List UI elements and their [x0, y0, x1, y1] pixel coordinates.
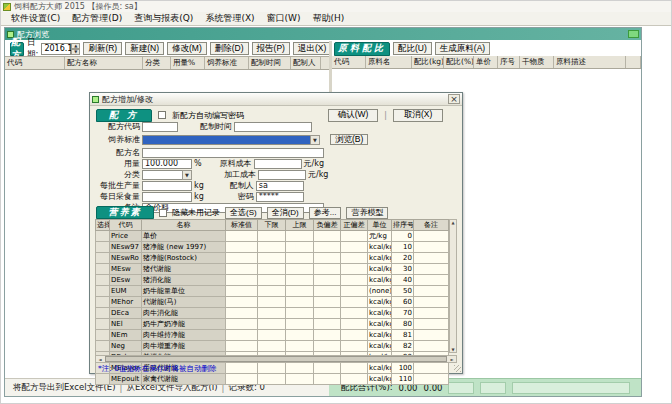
nutrient-cell-rem — [414, 330, 449, 341]
nutrient-cell-code: EUM — [110, 286, 142, 297]
nutrient-row[interactable]: NEm肉牛维持净能kcal/kg81 — [96, 330, 449, 341]
tab-formula[interactable]: 配 方 — [10, 42, 24, 56]
daily-input[interactable] — [142, 192, 192, 202]
code-input[interactable] — [142, 122, 178, 132]
batch-input[interactable] — [142, 181, 192, 191]
col-ratio-kg: 配比(kg) — [412, 56, 444, 68]
scroll-right-icon[interactable]: ► — [448, 356, 456, 362]
nutrient-cell-ord: 110 — [392, 374, 414, 385]
nutrient-row[interactable]: EUM奶牛能量单位(none)50 — [96, 286, 449, 297]
usage-unit: % — [194, 159, 202, 168]
form-row-name: 配方名 — [96, 147, 456, 158]
scroll-up-icon[interactable]: ▲ — [450, 220, 456, 225]
material-cost-input[interactable] — [254, 159, 302, 169]
nutrient-cell-val — [258, 275, 286, 286]
resize-grip[interactable] — [454, 365, 461, 372]
close-icon[interactable]: × — [448, 94, 460, 104]
scroll-down-icon[interactable]: ▼ — [450, 347, 456, 352]
delete-button[interactable]: 删除(D) — [210, 42, 249, 55]
nutrient-row[interactable]: MEhor代谢能(马)kcal/kg60 — [96, 297, 449, 308]
confirm-button[interactable]: 确认(W) — [328, 109, 378, 122]
nutrient-cell-val — [314, 363, 341, 374]
menu-system-management[interactable]: 系统管理(X) — [200, 12, 259, 25]
tab-dialog-formula[interactable]: 配 方 — [96, 109, 152, 122]
app-window: 饲料配方大师 2015 【操作员: sa】 软件设置(C) 配方管理(D) 查询… — [0, 0, 672, 404]
scroll-left-icon[interactable]: ◄ — [96, 356, 104, 362]
nutrient-vertical-scrollbar[interactable]: ▲ ▼ — [449, 219, 457, 353]
nutrient-row[interactable]: DEsw猪消化能kcal/kg40 — [96, 275, 449, 286]
clear-all-button[interactable]: 全消(D) — [267, 207, 304, 219]
select-all-button[interactable]: 全选(S) — [225, 207, 262, 219]
formula-edit-dialog: 配方增加/修改 × 配 方 新配方自动编写密码 确认(W) | 取消(X) 配方… — [89, 92, 463, 374]
nutrient-row[interactable]: NEl奶牛产奶净能kcal/kg80 — [96, 319, 449, 330]
nutrition-model-button[interactable]: 营养模型 — [346, 207, 388, 219]
menu-window[interactable]: 窗口(W) — [262, 12, 306, 25]
nutrient-cell-val — [286, 275, 314, 286]
menu-query-reports[interactable]: 查询与报表(Q) — [129, 12, 198, 25]
generate-material-button[interactable]: 生成原料(A) — [435, 42, 490, 55]
report-button[interactable]: 报告(P) — [252, 42, 290, 55]
nutrient-row[interactable]: Neg肉牛增重净能kcal/kg82 — [96, 341, 449, 352]
menu-help[interactable]: 帮助(H) — [308, 12, 350, 25]
status-cell — [448, 382, 474, 394]
nutrient-cell-unit: kcal/kg — [368, 319, 392, 330]
password-input[interactable]: ***** — [256, 192, 304, 202]
ratio-button[interactable]: 配比(U) — [393, 42, 432, 55]
date-spin-down-icon[interactable]: ▼ — [71, 49, 80, 55]
menu-formula-management[interactable]: 配方管理(D) — [67, 12, 127, 25]
process-cost-input[interactable] — [258, 170, 306, 180]
time-input[interactable] — [234, 122, 312, 132]
tab-nutrients[interactable]: 营养素 — [96, 206, 154, 219]
formula-name-input[interactable] — [142, 148, 324, 158]
date-spinner[interactable]: 2016.1 ▲ ▼ — [41, 43, 80, 55]
reference-button[interactable]: 参考... — [309, 207, 342, 219]
cancel-button[interactable]: 取消(X) — [393, 109, 443, 122]
exit-button[interactable]: 退出(X) — [293, 42, 331, 55]
nutrient-cell-val — [341, 264, 368, 275]
nutrient-cell-rem — [414, 242, 449, 253]
nutrient-cell-unit: kcal/kg — [368, 374, 392, 385]
auto-code-checkbox[interactable] — [158, 111, 166, 119]
feed-standard-combobox[interactable]: ▼ — [142, 135, 320, 145]
category-combobox[interactable]: ▼ — [142, 170, 192, 180]
col-formula-name: 配方名称 — [65, 57, 143, 69]
nutrient-cell-val — [314, 231, 341, 242]
browse-button[interactable]: 浏览(B) — [330, 134, 368, 145]
maker-input[interactable]: sa — [256, 181, 304, 191]
nutrient-horizontal-scrollbar[interactable]: ◄ ► — [95, 355, 457, 363]
usage-input[interactable]: 100.000 — [142, 159, 192, 169]
chevron-down-icon[interactable]: ▼ — [310, 135, 320, 145]
nutrient-row[interactable]: Price单价元/kg0 — [96, 231, 449, 242]
form-row-daily-password: 每日采食量 kg 密码 ***** — [96, 191, 456, 202]
nutrient-row[interactable]: DEca肉牛消化能kcal/kg70 — [96, 308, 449, 319]
nutrient-cell-code: MEhor — [110, 297, 142, 308]
date-value[interactable]: 2016.1 — [41, 43, 71, 55]
new-button[interactable]: 新建(N) — [125, 42, 164, 55]
category-value[interactable] — [142, 170, 182, 180]
hide-unused-checkbox[interactable] — [159, 209, 167, 217]
tab-ingredient-ratio[interactable]: 原料配比 — [334, 42, 390, 56]
nutrient-cell-val — [226, 363, 258, 374]
nutrient-cell-val — [341, 231, 368, 242]
nutrient-cell-val — [226, 330, 258, 341]
nutrient-cell-unit: kcal/kg — [368, 308, 392, 319]
menu-software-settings[interactable]: 软件设置(C) — [6, 12, 65, 25]
refresh-button[interactable]: 刷新(R) — [83, 42, 122, 55]
nutrient-row[interactable]: NEswRo猪净能(Rostock)kcal/kg20 — [96, 253, 449, 264]
form-row-usage-cost: 用量 100.000 % 原料成本 元/kg — [96, 158, 456, 169]
nutrient-row[interactable]: MEsw猪代谢能kcal/kg30 — [96, 264, 449, 275]
scrollbar-thumb[interactable] — [105, 356, 447, 362]
modify-button[interactable]: 修改(M) — [167, 42, 207, 55]
nutrient-cell-val — [286, 308, 314, 319]
nutrient-cell-val — [341, 319, 368, 330]
chevron-down-icon[interactable]: ▼ — [182, 170, 192, 180]
nutrient-row[interactable]: NEsw97猪净能 (new 1997)kcal/kg10 — [96, 242, 449, 253]
col-pos-deviation: 正偏差 — [341, 220, 368, 231]
child-maximize-button[interactable] — [628, 30, 639, 38]
col-ing-name: 原料名 — [366, 56, 412, 68]
nutrient-cell-val — [286, 330, 314, 341]
col-nut-remark: 备注 — [414, 220, 449, 231]
nutrient-row[interactable]: MEpoult家禽代谢能kcal/kg110 — [96, 374, 449, 385]
nutrient-cell-val — [341, 341, 368, 352]
feed-standard-value[interactable] — [142, 135, 310, 145]
